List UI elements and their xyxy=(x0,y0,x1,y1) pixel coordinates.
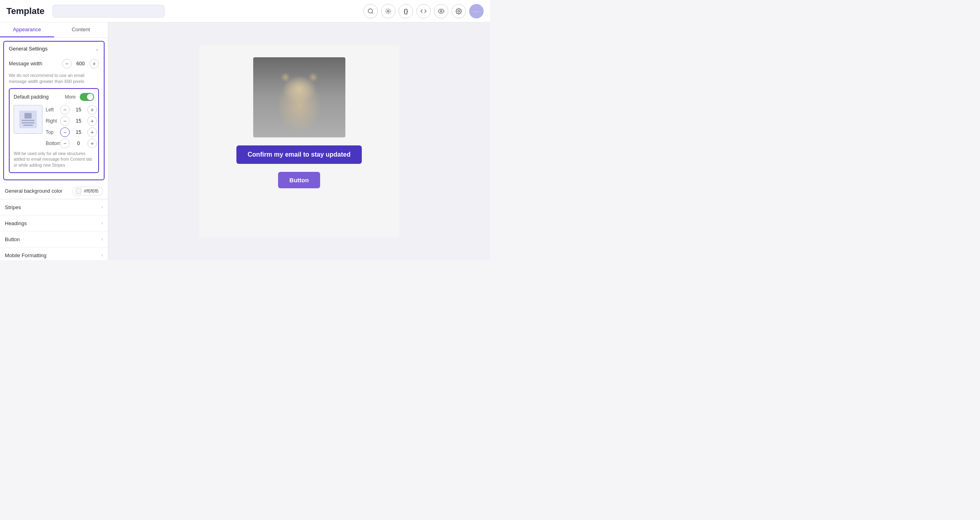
padding-bottom-stepper: − 0 + xyxy=(60,139,97,148)
padding-left-row: Left − 15 + xyxy=(46,105,97,115)
padding-top-increment[interactable]: + xyxy=(87,127,97,137)
tab-appearance[interactable]: Appearance xyxy=(0,22,54,37)
padding-top-label: Top xyxy=(46,129,60,135)
bg-color-row: General background color #f6f6f6 xyxy=(0,183,108,199)
header: Template {} ··· xyxy=(0,0,490,22)
padding-right-decrement[interactable]: − xyxy=(60,116,70,126)
message-width-label: Message width xyxy=(9,61,42,67)
toggle-thumb xyxy=(87,94,93,100)
padding-more-toggle: More xyxy=(65,93,94,101)
section-item-stripes[interactable]: Stripes › xyxy=(0,199,108,215)
confirm-email-button[interactable]: Confirm my email to stay updated xyxy=(236,145,362,164)
headings-chevron-icon: › xyxy=(101,220,103,226)
padding-bottom-decrement[interactable]: − xyxy=(60,139,70,148)
padding-left-decrement[interactable]: − xyxy=(60,105,70,115)
general-settings-header[interactable]: General Settings ⌄ xyxy=(4,42,104,56)
padding-hint: Will be used only for all new structures… xyxy=(14,151,94,168)
more-label: More xyxy=(65,94,76,100)
cat-image xyxy=(253,57,345,137)
preview-line-1 xyxy=(22,120,34,121)
user-avatar[interactable]: ··· xyxy=(469,4,484,18)
preview-inner xyxy=(19,111,37,128)
mobile-formatting-label: Mobile Formatting xyxy=(5,252,46,258)
svg-point-2 xyxy=(387,10,389,12)
svg-point-0 xyxy=(368,9,373,13)
settings-wheel-icon xyxy=(385,8,391,14)
curly-braces-icon: {} xyxy=(404,8,408,14)
app-title: Template xyxy=(6,6,44,16)
curly-braces-icon-btn[interactable]: {} xyxy=(399,4,413,18)
padding-left-increment[interactable]: + xyxy=(87,105,97,115)
section-item-button[interactable]: Button › xyxy=(0,231,108,247)
code-icon-btn[interactable] xyxy=(416,4,431,18)
padding-top-row: Top − 15 + xyxy=(46,127,97,137)
gear-icon-btn[interactable] xyxy=(452,4,466,18)
general-settings-label: General Settings xyxy=(9,46,48,52)
tab-content[interactable]: Content xyxy=(54,22,108,37)
mobile-formatting-chevron-icon: › xyxy=(101,252,103,258)
padding-bottom-row: Bottom − 0 + xyxy=(46,139,97,148)
padding-bottom-increment[interactable]: + xyxy=(87,139,97,148)
stripes-label: Stripes xyxy=(5,204,21,210)
eye-icon-btn[interactable] xyxy=(434,4,448,18)
right-preview: Confirm my email to stay updated Button xyxy=(108,22,490,260)
search-bar[interactable] xyxy=(52,5,165,18)
section-item-headings[interactable]: Headings › xyxy=(0,215,108,231)
padding-inputs: Left − 15 + Right xyxy=(46,105,97,148)
email-preview-card: Confirm my email to stay updated Button xyxy=(199,45,399,238)
padding-toggle[interactable] xyxy=(80,93,94,101)
message-width-decrement[interactable]: − xyxy=(62,59,72,69)
button-chevron-icon: › xyxy=(101,236,103,242)
headings-label: Headings xyxy=(5,220,27,226)
more-dots-icon: ··· xyxy=(473,8,480,14)
padding-top-decrement[interactable]: − xyxy=(60,127,70,137)
section-item-mobile-formatting[interactable]: Mobile Formatting › xyxy=(0,247,108,260)
chevron-down-icon: ⌄ xyxy=(95,46,99,52)
eye-icon xyxy=(438,8,444,14)
button-section-label: Button xyxy=(5,236,20,242)
tabs: Appearance Content xyxy=(0,22,108,38)
message-width-row: Message width − 600 + xyxy=(9,56,99,72)
padding-right-increment[interactable]: + xyxy=(87,116,97,126)
padding-right-stepper: − 15 + xyxy=(60,116,97,126)
default-padding-label: Default padding xyxy=(14,94,49,100)
gear-icon xyxy=(456,8,462,14)
left-panel: Appearance Content General Settings ⌄ Me… xyxy=(0,22,108,260)
panel-content: General Settings ⌄ Message width − 600 +… xyxy=(0,38,108,260)
svg-line-1 xyxy=(372,12,373,14)
message-width-increment[interactable]: + xyxy=(89,59,99,69)
general-settings-dropdown: General Settings ⌄ Message width − 600 +… xyxy=(3,41,105,180)
bg-color-label: General background color xyxy=(5,188,63,194)
bg-color-picker[interactable]: #f6f6f6 xyxy=(72,187,103,196)
main-layout: Appearance Content General Settings ⌄ Me… xyxy=(0,22,490,260)
padding-visual-preview xyxy=(14,105,42,134)
padding-right-label: Right xyxy=(46,118,60,124)
message-width-hint: We do not recommend to use an email mess… xyxy=(9,72,99,88)
bg-color-swatch xyxy=(76,188,81,194)
padding-bottom-value: 0 xyxy=(71,141,86,146)
search-icon-btn[interactable] xyxy=(363,4,378,18)
padding-bottom-label: Bottom xyxy=(46,141,60,146)
default-padding-box: Default padding More xyxy=(9,88,99,173)
code-icon xyxy=(420,8,427,14)
padding-left-value: 15 xyxy=(71,107,86,113)
message-width-stepper: − 600 + xyxy=(62,59,99,69)
svg-point-4 xyxy=(458,10,460,12)
preview-line-3 xyxy=(23,125,33,126)
padding-left-stepper: − 15 + xyxy=(60,105,97,115)
stripes-chevron-icon: › xyxy=(101,204,103,210)
padding-top-stepper: − 15 + xyxy=(60,127,97,137)
padding-right-row: Right − 15 + xyxy=(46,116,97,126)
bg-color-value: #f6f6f6 xyxy=(84,188,99,194)
padding-right-value: 15 xyxy=(71,118,86,124)
button-preview[interactable]: Button xyxy=(278,172,320,188)
padding-left-label: Left xyxy=(46,107,60,113)
message-width-value: 600 xyxy=(73,61,88,67)
padding-top-value: 15 xyxy=(71,129,86,135)
header-icons: {} ··· xyxy=(363,4,484,18)
padding-preview-row: Left − 15 + Right xyxy=(14,105,94,148)
settings-wheel-icon-btn[interactable] xyxy=(381,4,395,18)
search-icon xyxy=(367,8,374,14)
settings-inner: Message width − 600 + We do not recommen… xyxy=(4,56,104,179)
padding-box-header: Default padding More xyxy=(14,93,94,101)
